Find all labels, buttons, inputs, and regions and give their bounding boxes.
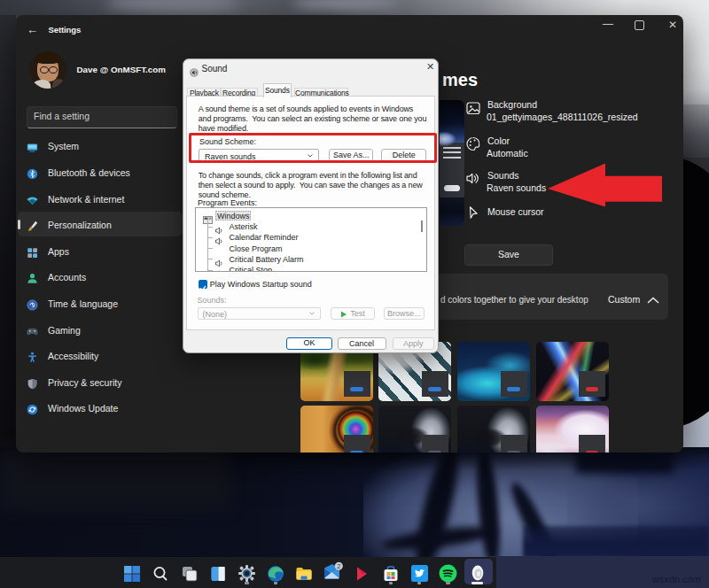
svg-text:2: 2	[337, 562, 340, 570]
